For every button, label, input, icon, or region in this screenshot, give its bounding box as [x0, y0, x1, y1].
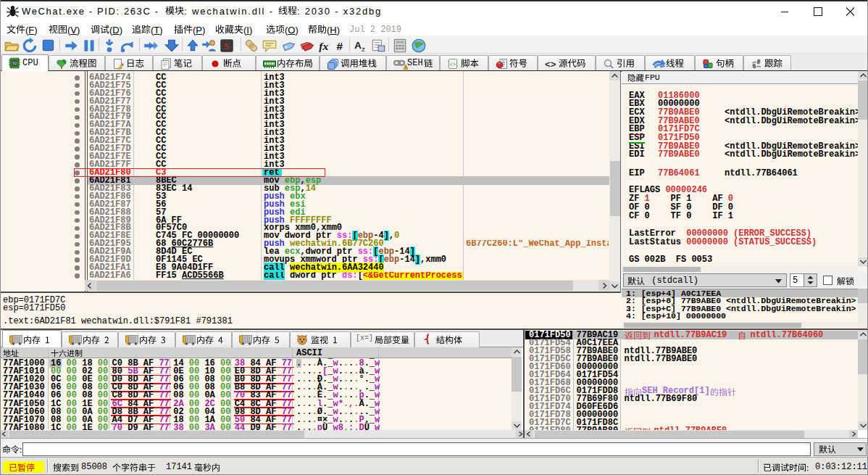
svg-text:<>: <>	[545, 59, 556, 70]
svg-text:#: #	[336, 39, 343, 51]
svg-text:!: !	[405, 65, 406, 70]
svg-text:S: S	[224, 40, 229, 51]
svg-text:fx: fx	[319, 39, 328, 51]
svg-text:32: 32	[12, 61, 17, 65]
svg-text:A: A	[354, 40, 362, 51]
svg-text:z: z	[362, 44, 365, 52]
svg-text:<>: <>	[450, 62, 456, 67]
